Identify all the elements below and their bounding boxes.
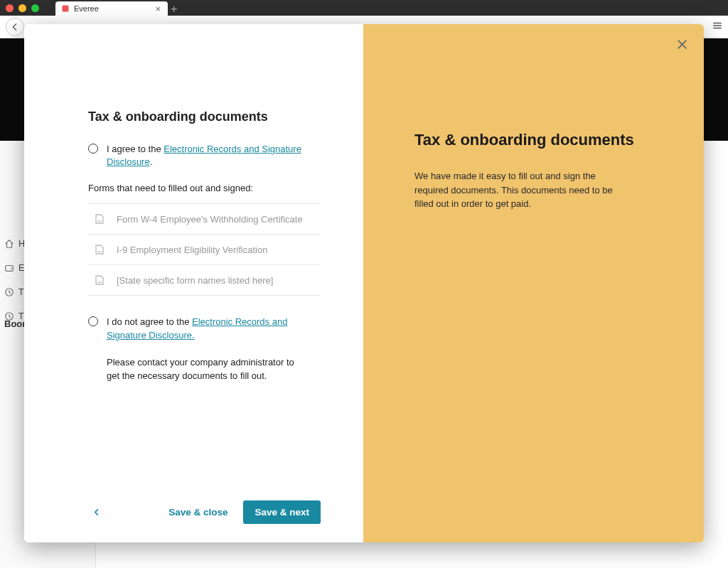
disagree-prefix: I do not agree to the bbox=[107, 316, 192, 327]
hamburger-icon bbox=[712, 21, 722, 31]
form-name: Form W-4 Employee's Withholding Certific… bbox=[117, 214, 303, 225]
modal-right-title: Tax & onboarding documents bbox=[414, 131, 653, 149]
radio-disagree[interactable] bbox=[88, 316, 98, 326]
clock-icon bbox=[4, 287, 14, 297]
agree-prefix: I agree to the bbox=[107, 144, 164, 154]
modal-left-panel: Tax & onboarding documents I agree to th… bbox=[24, 24, 363, 542]
modal-left-title: Tax & onboarding documents bbox=[88, 109, 321, 124]
wallet-icon bbox=[4, 263, 14, 273]
onboarding-modal: Tax & onboarding documents I agree to th… bbox=[24, 24, 704, 542]
form-name: [State specific form names listed here] bbox=[117, 275, 273, 286]
contact-admin-note: Please contact your company administrato… bbox=[107, 356, 299, 383]
new-tab-button[interactable]: + bbox=[171, 3, 177, 16]
form-row: I-9 Employment Eligibility Verification bbox=[88, 235, 321, 265]
close-icon bbox=[676, 38, 688, 50]
tab-close-icon[interactable]: × bbox=[154, 4, 162, 14]
save-close-button[interactable]: Save & close bbox=[159, 501, 237, 523]
browser-menu-button[interactable] bbox=[712, 21, 722, 33]
modal-right-description: We have made it easy to fill out and sig… bbox=[414, 169, 628, 211]
home-icon bbox=[4, 239, 14, 249]
document-sign-icon bbox=[94, 244, 105, 255]
browser-tab[interactable]: Everee × bbox=[55, 1, 168, 16]
form-row: [State specific form names listed here] bbox=[88, 265, 321, 296]
radio-agree[interactable] bbox=[88, 144, 98, 154]
agree-suffix: . bbox=[150, 156, 153, 167]
form-row: Form W-4 Employee's Withholding Certific… bbox=[88, 203, 321, 235]
modal-close-button[interactable] bbox=[676, 38, 688, 53]
modal-back-button[interactable] bbox=[88, 503, 105, 521]
svg-point-4 bbox=[11, 268, 12, 269]
svg-rect-3 bbox=[6, 266, 14, 272]
traffic-light-zoom[interactable] bbox=[31, 4, 39, 12]
forms-heading: Forms that need to filled out and signed… bbox=[88, 183, 321, 193]
chevron-left-icon bbox=[92, 508, 100, 516]
agree-option[interactable]: I agree to the Electronic Records and Si… bbox=[88, 143, 321, 168]
save-next-button[interactable]: Save & next bbox=[243, 500, 321, 524]
traffic-light-minimize[interactable] bbox=[18, 4, 26, 12]
disagree-option[interactable]: I do not agree to the Electronic Records… bbox=[88, 316, 321, 341]
disagree-text: I do not agree to the Electronic Records… bbox=[107, 316, 306, 341]
agree-text: I agree to the Electronic Records and Si… bbox=[107, 143, 321, 168]
form-name: I-9 Employment Eligibility Verification bbox=[117, 245, 267, 255]
document-sign-icon bbox=[94, 274, 105, 286]
svg-rect-0 bbox=[63, 6, 69, 12]
modal-footer: Save & close Save & next bbox=[88, 500, 321, 524]
document-sign-icon bbox=[94, 213, 105, 225]
favicon-icon bbox=[61, 4, 70, 13]
modal-right-panel: Tax & onboarding documents We have made … bbox=[363, 24, 704, 542]
forms-list: Form W-4 Employee's Withholding Certific… bbox=[88, 203, 321, 296]
traffic-light-close[interactable] bbox=[6, 4, 14, 12]
arrow-left-icon bbox=[10, 22, 20, 32]
tab-title: Everee bbox=[74, 4, 154, 13]
browser-back-button[interactable] bbox=[6, 18, 24, 36]
